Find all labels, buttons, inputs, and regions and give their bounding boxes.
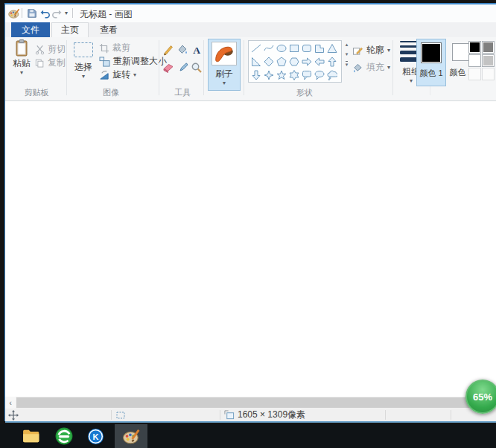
shape-callout-oval-icon[interactable] bbox=[313, 68, 325, 82]
resize-icon bbox=[99, 57, 110, 67]
ribbon-tabs: 文件 主页 查看 bbox=[5, 22, 496, 37]
tab-home[interactable]: 主页 bbox=[51, 22, 89, 37]
chevron-down-icon: ▾ bbox=[133, 72, 136, 78]
shapes-group-label: 形状 bbox=[287, 87, 322, 98]
copy-label: 复制 bbox=[48, 57, 66, 69]
group-separator bbox=[392, 40, 393, 95]
save-button[interactable] bbox=[25, 7, 38, 19]
group-separator bbox=[66, 40, 67, 95]
shape-star-5-icon[interactable] bbox=[275, 68, 287, 82]
outline-icon bbox=[352, 45, 363, 56]
palette-color-empty[interactable] bbox=[468, 68, 481, 80]
horizontal-scrollbar[interactable]: ‹ bbox=[5, 397, 496, 409]
tab-file[interactable]: 文件 bbox=[11, 22, 50, 37]
brushes-button[interactable]: 刷子 ▾ bbox=[208, 39, 241, 91]
color-picker-tool-button[interactable] bbox=[176, 60, 188, 76]
qat-separator bbox=[72, 8, 73, 18]
rotate-button[interactable]: 旋转 ▾ bbox=[99, 68, 136, 81]
paste-button[interactable]: 粘贴 ▾ bbox=[10, 39, 34, 76]
magnifier-tool-button[interactable] bbox=[190, 60, 203, 76]
gallery-up-button[interactable]: ▴ bbox=[346, 42, 349, 47]
taskbar-k-app-button[interactable]: K bbox=[82, 424, 109, 448]
shape-arrow-right-icon[interactable] bbox=[300, 55, 313, 68]
scroll-left-button[interactable]: ‹ bbox=[5, 397, 16, 409]
shape-triangle-icon[interactable] bbox=[325, 42, 338, 55]
group-separator bbox=[244, 40, 244, 95]
shape-star-6-icon[interactable] bbox=[287, 68, 300, 82]
select-label: 选择 bbox=[74, 61, 92, 74]
crop-button[interactable]: 裁剪 bbox=[99, 42, 130, 54]
pencil-tool-button[interactable] bbox=[162, 42, 174, 58]
ribbon: 粘贴 ▾ 剪切 复制 剪贴板 选择 ▾ 裁剪 bbox=[5, 37, 496, 101]
drawing-canvas[interactable] bbox=[5, 101, 496, 397]
taskbar-paint-button[interactable] bbox=[115, 424, 147, 448]
copy-button[interactable]: 复制 bbox=[35, 57, 66, 69]
cut-button[interactable]: 剪切 bbox=[35, 43, 66, 56]
taskbar-browser-button[interactable] bbox=[51, 424, 77, 448]
color1-button[interactable]: 颜色 1 bbox=[416, 39, 446, 86]
resize-button[interactable]: 重新调整大小 bbox=[99, 55, 167, 68]
eraser-tool-button[interactable] bbox=[162, 60, 174, 76]
palette-color-empty[interactable] bbox=[482, 68, 495, 80]
text-tool-button[interactable]: A bbox=[190, 42, 203, 58]
status-bar: 1605 × 1309像素 bbox=[5, 409, 496, 421]
cursor-position-icon bbox=[8, 410, 19, 420]
palette-color-gray-25[interactable] bbox=[482, 54, 495, 67]
shape-arrow-left-icon[interactable] bbox=[313, 55, 325, 68]
copy-icon bbox=[35, 58, 45, 68]
shape-line-icon[interactable] bbox=[249, 42, 262, 55]
paste-clipboard-icon bbox=[14, 39, 29, 57]
tools-grid: A bbox=[162, 42, 203, 76]
window-bottom-border bbox=[5, 421, 496, 423]
fill-tool-tool-button[interactable] bbox=[176, 42, 188, 58]
taskbar-file-explorer-button[interactable] bbox=[18, 424, 45, 448]
rotate-label: 旋转 bbox=[112, 68, 130, 81]
shape-hexagon-icon[interactable] bbox=[287, 55, 300, 68]
svg-text:A: A bbox=[193, 45, 200, 56]
shape-pentagon-icon[interactable] bbox=[275, 55, 287, 68]
redo-button[interactable] bbox=[51, 7, 63, 19]
palette-color-black[interactable] bbox=[468, 41, 481, 54]
color-palette bbox=[468, 41, 496, 80]
shape-arrow-down-icon[interactable] bbox=[249, 68, 262, 82]
shape-star-4-icon[interactable] bbox=[262, 68, 275, 82]
shape-polygon-icon[interactable] bbox=[313, 42, 325, 55]
color2-swatch bbox=[452, 43, 470, 61]
palette-color-white[interactable] bbox=[468, 54, 481, 67]
shape-callout-rounded-icon[interactable] bbox=[300, 68, 313, 82]
palette-color-gray-50[interactable] bbox=[482, 41, 495, 54]
cut-label: 剪切 bbox=[48, 43, 66, 56]
file-explorer-icon bbox=[22, 428, 40, 444]
chevron-down-icon: ▾ bbox=[223, 80, 226, 86]
shapes-gallery bbox=[248, 40, 342, 83]
shape-callout-cloud-icon[interactable] bbox=[325, 68, 338, 82]
brushes-label: 刷子 bbox=[215, 68, 233, 80]
gallery-overflow-button[interactable]: ▾ bbox=[346, 61, 349, 67]
shape-diamond-icon[interactable] bbox=[262, 55, 275, 68]
select-button[interactable]: 选择 ▾ bbox=[71, 42, 96, 80]
chevron-down-icon: ▾ bbox=[20, 70, 23, 76]
select-rectangle-icon bbox=[73, 42, 94, 58]
group-separator bbox=[159, 40, 159, 95]
scroll-left-icon: ‹ bbox=[9, 398, 12, 407]
horizontal-scrollbar-thumb[interactable] bbox=[16, 397, 474, 408]
status-separator bbox=[220, 410, 220, 420]
canvas-size-indicator: 1605 × 1309像素 bbox=[224, 409, 305, 420]
tab-view[interactable]: 查看 bbox=[90, 22, 127, 37]
undo-button[interactable] bbox=[39, 7, 51, 19]
crop-icon bbox=[99, 43, 109, 54]
outline-button[interactable]: 轮廓 ▾ bbox=[352, 44, 390, 57]
shape-fill-button[interactable]: 填充 ▾ bbox=[352, 61, 390, 74]
shape-ellipse-icon[interactable] bbox=[275, 42, 287, 55]
shape-curve-icon[interactable] bbox=[262, 42, 275, 55]
gallery-down-button[interactable]: ▾ bbox=[346, 51, 349, 57]
shape-rounded-rectangle-icon[interactable] bbox=[300, 42, 313, 55]
zoom-level-badge[interactable]: 65% bbox=[465, 380, 496, 414]
shape-rectangle-icon[interactable] bbox=[287, 42, 300, 55]
shapes-gallery-controls: ▴ ▾ ▾ bbox=[343, 42, 351, 67]
shape-right-triangle-icon[interactable] bbox=[249, 55, 262, 68]
titlebar: ▾ 无标题 - 画图 bbox=[5, 4, 496, 22]
canvas-size-text: 1605 × 1309像素 bbox=[238, 409, 305, 421]
qat-customize-button[interactable]: ▾ bbox=[63, 7, 70, 19]
shape-arrow-up-icon[interactable] bbox=[325, 55, 338, 68]
